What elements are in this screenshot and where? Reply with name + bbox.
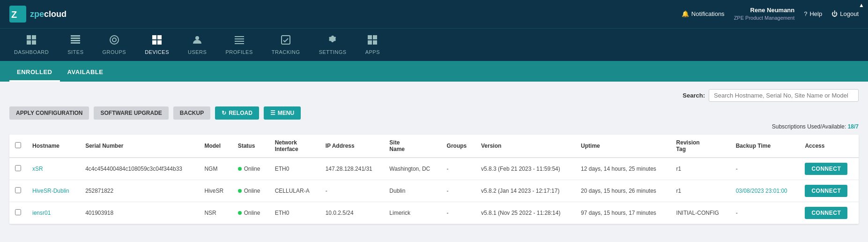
menu-button[interactable]: ☰ MENU — [264, 106, 301, 120]
logo: Z zpecloud — [9, 6, 67, 23]
ip-3: 10.0.2.5/24 — [320, 202, 384, 224]
nav-item-sites[interactable]: SITES — [58, 31, 93, 59]
hostname-link-1[interactable]: xSR — [32, 166, 43, 172]
svg-rect-3 — [32, 35, 36, 39]
svg-rect-5 — [32, 40, 36, 45]
svg-text:Z: Z — [11, 9, 17, 20]
status-1: Online — [232, 158, 269, 180]
model-1: NGM — [199, 158, 232, 180]
revision-3: INITIAL-CONFIG — [671, 202, 730, 224]
serial-1: 4c4c454400484c108059c3c04f344b33 — [80, 158, 199, 180]
svg-rect-4 — [27, 40, 31, 45]
svg-rect-14 — [152, 40, 156, 45]
devices-table: Hostname Serial Number Model Status Netw… — [9, 135, 859, 224]
version-1: v5.8.3 (Feb 21 2023 - 11:59:54) — [475, 158, 575, 180]
serial-3: 401903918 — [80, 202, 199, 224]
top-right-actions: 🔔 Notifications Rene Neumann ZPE Product… — [682, 6, 859, 22]
nav-label-groups: GROUPS — [102, 49, 126, 55]
svg-rect-12 — [152, 35, 156, 39]
status-dot-2 — [238, 189, 242, 193]
hostname-1: xSR — [27, 158, 80, 180]
table-row: xSR 4c4c454400484c108059c3c04f344b33 NGM… — [9, 158, 859, 180]
hostname-2: HiveSR-Dublin — [27, 180, 80, 202]
tab-available[interactable]: AVAILABLE — [60, 64, 111, 82]
main-navbar: DASHBOARD SITES GROUPS DEVICES USERS PRO… — [0, 28, 868, 61]
svg-rect-25 — [373, 40, 377, 45]
nav-item-settings[interactable]: SETTINGS — [310, 31, 356, 59]
col-header-groups: Groups — [441, 135, 475, 158]
nav-item-apps[interactable]: APPS — [356, 31, 389, 59]
nav-label-users: USERS — [188, 49, 207, 55]
help-button[interactable]: ? Help — [804, 10, 822, 17]
sites-icon — [70, 35, 81, 47]
ip-2: - — [320, 180, 384, 202]
version-2: v5.8.2 (Jan 14 2023 - 12:17:17) — [475, 180, 575, 202]
select-all-checkbox[interactable] — [15, 142, 21, 148]
svg-rect-2 — [27, 35, 31, 39]
row-checkbox-2[interactable] — [9, 180, 27, 202]
backup-button[interactable]: BACKUP — [173, 106, 210, 120]
software-upgrade-button[interactable]: SOFTWARE UPGRADE — [94, 106, 168, 120]
bell-icon: 🔔 — [682, 10, 689, 17]
logout-button[interactable]: ⏻ Logout — [831, 10, 859, 17]
apply-configuration-button[interactable]: APPLY CONFIGURATION — [9, 106, 89, 120]
notifications-button[interactable]: 🔔 Notifications — [682, 10, 725, 17]
nav-item-profiles[interactable]: PROFILES — [216, 31, 262, 59]
access-1: CONNECT — [799, 158, 859, 180]
nav-item-devices[interactable]: DEVICES — [135, 31, 178, 59]
svg-rect-18 — [235, 38, 244, 39]
svg-rect-17 — [235, 36, 244, 37]
tabs-bar: ENROLLED AVAILABLE — [0, 61, 868, 82]
ip-1: 147.28.128.241/31 — [320, 158, 384, 180]
status-2: Online — [232, 180, 269, 202]
nav-label-settings: SETTINGS — [319, 49, 347, 55]
hostname-link-3[interactable]: iensr01 — [32, 210, 51, 216]
svg-rect-20 — [235, 43, 244, 44]
serial-2: 252871822 — [80, 180, 199, 202]
site-1: Washington, DC — [384, 158, 441, 180]
nav-label-devices: DEVICES — [145, 49, 169, 55]
col-header-network: NetworkInterface — [269, 135, 320, 158]
groups-icon — [109, 35, 119, 47]
nav-item-users[interactable]: USERS — [178, 31, 216, 59]
col-header-ip: IP Address — [320, 135, 384, 158]
search-input[interactable] — [709, 89, 859, 102]
version-3: v5.8.1 (Nov 25 2022 - 11:28:14) — [475, 202, 575, 224]
backup-1: - — [730, 158, 800, 180]
svg-point-16 — [195, 36, 199, 40]
reload-button[interactable]: ↻ RELOAD — [215, 106, 259, 120]
status-3: Online — [232, 202, 269, 224]
groups-2: - — [441, 180, 475, 202]
col-header-hostname: Hostname — [27, 135, 80, 158]
actions-row: APPLY CONFIGURATION SOFTWARE UPGRADE BAC… — [9, 106, 859, 120]
connect-button-3[interactable]: CONNECT — [805, 207, 847, 219]
col-header-check — [9, 135, 27, 158]
nav-item-tracking[interactable]: TRACKING — [262, 31, 310, 59]
row-checkbox-1[interactable] — [9, 158, 27, 180]
hostname-link-2[interactable]: HiveSR-Dublin — [32, 188, 69, 194]
col-header-status: Status — [232, 135, 269, 158]
svg-point-10 — [110, 36, 119, 44]
table-row: HiveSR-Dublin 252871822 HiveSR Online CE… — [9, 180, 859, 202]
svg-rect-13 — [157, 35, 162, 39]
search-row: Search: — [9, 89, 859, 102]
table-row: iensr01 401903918 NSR Online ETH0 10.0.2… — [9, 202, 859, 224]
revision-1: r1 — [671, 158, 730, 180]
network-3: ETH0 — [269, 202, 320, 224]
connect-button-1[interactable]: CONNECT — [805, 163, 847, 175]
nav-item-dashboard[interactable]: DASHBOARD — [5, 31, 58, 59]
nav-item-groups[interactable]: GROUPS — [93, 31, 135, 59]
connect-button-2[interactable]: CONNECT — [805, 185, 847, 197]
row-checkbox-3[interactable] — [9, 202, 27, 224]
tab-enrolled[interactable]: ENROLLED — [9, 64, 60, 82]
nav-label-tracking: TRACKING — [272, 49, 300, 55]
network-2: CELLULAR-A — [269, 180, 320, 202]
collapse-button[interactable]: ▲ — [855, 0, 868, 10]
svg-rect-6 — [71, 35, 80, 37]
col-header-site: SiteName — [384, 135, 441, 158]
backup-3: - — [730, 202, 800, 224]
backup-link-2[interactable]: 03/08/2023 23:01:00 — [736, 188, 787, 194]
col-header-backup: Backup Time — [730, 135, 800, 158]
svg-rect-7 — [71, 38, 80, 39]
uptime-3: 97 days, 15 hours, 17 minutes — [575, 202, 671, 224]
